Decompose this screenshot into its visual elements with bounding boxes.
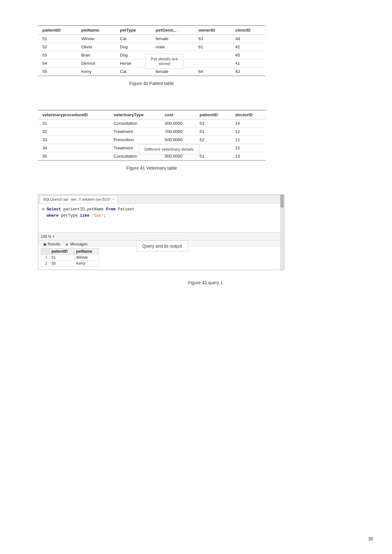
vet-cell: 51 [195, 152, 231, 161]
vet-cell: 32 [38, 128, 109, 136]
table-row: 151Winnie [41, 255, 99, 261]
patient-row: 53BranDog45 [38, 51, 265, 59]
vet-cell: Consultation [109, 119, 160, 128]
vet-cell: 51 [195, 128, 231, 136]
vet-cell: 14 [231, 119, 265, 128]
patient-cell: 43 [231, 68, 265, 76]
results-col-patientID: patientID [50, 249, 74, 255]
patient-cell: Bran [77, 51, 115, 59]
vet-table-caption: Figure 41 Veterinary table [38, 166, 265, 171]
patient-cell: 44 [231, 35, 265, 43]
patient-cell: Dog [116, 51, 151, 59]
patient-cell: female [151, 68, 194, 76]
scrollbar[interactable] [280, 195, 284, 270]
patient-cell [151, 51, 194, 59]
sql-code-area[interactable]: ⊟ Select patientID,petName From Patient … [38, 204, 284, 232]
vet-cell: Treatment [109, 144, 160, 152]
page-number: 36 [368, 536, 373, 541]
patient-row: 54DermotHorse41 [38, 59, 265, 68]
patient-cell: Kerry [77, 68, 115, 76]
sql-line-2: where petType like 'Cat'; [42, 213, 280, 219]
figure42-caption: Figure 42 query 1 [38, 280, 373, 285]
vet-row: 34Treatment15 [38, 144, 265, 152]
sql-tab-bar: SQLQuery2.sql - ser...T solution (sa (52… [38, 195, 284, 204]
patient-col-petGend: petGend... [151, 26, 194, 35]
zoom-control[interactable]: 100 % ▼ [41, 234, 55, 239]
patient-cell: 51 [38, 35, 77, 43]
vet-cell: 12 [231, 128, 265, 136]
result-petName: Winnie [74, 255, 99, 261]
vet-row: 35Consultation300.00005113 [38, 152, 265, 161]
patient-row: 52OliverDogmale6142 [38, 43, 265, 51]
messages-tab[interactable]: 🗉 Messages [63, 241, 90, 247]
vet-col-doctorID: doctorID [231, 110, 265, 119]
vet-row: 32Treatment700.00005112 [38, 128, 265, 136]
patient-col-petName: petName [77, 26, 115, 35]
results-tab[interactable]: ▣ Results [41, 241, 63, 247]
patient-cell: male [151, 43, 194, 51]
result-patientID: 51 [50, 255, 74, 261]
vet-cell: 700.0000 [160, 128, 195, 136]
patient-cell: Cat [116, 35, 151, 43]
vet-cell: 13 [231, 152, 265, 161]
vet-table: veterinaryprocedureID veterinaryType cos… [38, 110, 265, 161]
vet-cell: Consultation [109, 152, 160, 161]
patient-cell: Dog [116, 43, 151, 51]
vet-cell: 35 [38, 152, 109, 161]
patient-cell: 41 [231, 59, 265, 68]
results-table: patientID petName 151Winnie255Kerry [41, 248, 99, 267]
patient-cell: Oliver [77, 43, 115, 51]
patient-cell: Dermot [77, 59, 115, 68]
patient-cell: 42 [231, 43, 265, 51]
sql-tab-close[interactable]: × [113, 198, 115, 201]
patient-col-patientID: patientID [38, 26, 77, 35]
patient-table-caption: Figure 40 Patient table [38, 81, 265, 86]
vet-cell: 52 [195, 136, 231, 144]
patient-cell: 64 [194, 68, 231, 76]
sql-tab-label: SQLQuery2.sql - ser...T solution (sa (52… [43, 197, 111, 201]
results-col-petName: petName [74, 249, 99, 255]
patient-cell [194, 51, 231, 59]
zoom-arrow-icon: ▼ [52, 235, 55, 238]
vet-col-vetType: veterinaryType [109, 110, 160, 119]
vet-col-patientID: patientID [195, 110, 231, 119]
sql-query-tab[interactable]: SQLQuery2.sql - ser...T solution (sa (52… [39, 195, 118, 203]
scrollbar-thumb[interactable] [280, 195, 284, 208]
patient-table-wrapper: patientID petName petType petGend... own… [38, 25, 265, 76]
results-tab-label: Results [48, 242, 60, 246]
patient-cell: 45 [231, 51, 265, 59]
sql-editor-section: SQLQuery2.sql - ser...T solution (sa (52… [19, 195, 373, 285]
patient-cell [194, 59, 231, 68]
sql-editor-window: SQLQuery2.sql - ser...T solution (sa (52… [38, 195, 284, 270]
patient-cell: 53 [38, 51, 77, 59]
query-output-label: Query and its output [136, 241, 188, 251]
results-col-rownum [41, 249, 50, 255]
vet-cell [195, 144, 231, 152]
patient-cell: 54 [38, 59, 77, 68]
patient-table-section: patientID petName petType petGend... own… [19, 25, 373, 86]
patient-cell: Cat [116, 68, 151, 76]
vet-col-cost: cost [160, 110, 195, 119]
patient-col-petType: petType [116, 26, 151, 35]
patient-cell: Winnie [77, 35, 115, 43]
vet-cell: Prescrition [109, 136, 160, 144]
patient-table: patientID petName petType petGend... own… [38, 25, 265, 76]
vet-col-procID: veterinaryprocedureID [38, 110, 109, 119]
row-number: 1 [41, 255, 50, 261]
patient-col-clinicID: clinicID [231, 26, 265, 35]
patient-cell [151, 59, 194, 68]
vet-cell: 11 [231, 136, 265, 144]
messages-tab-label: Messages [70, 242, 87, 246]
sql-bottom-bar: 100 % ▼ [38, 232, 284, 240]
patient-cell: 55 [38, 68, 77, 76]
vet-cell: 33 [38, 136, 109, 144]
sql-line-1: ⊟ Select patientID,petName From Patient [42, 206, 280, 213]
vet-cell: 15 [231, 144, 265, 152]
vet-cell: 500.0000 [160, 136, 195, 144]
vet-cell: Treatment [109, 128, 160, 136]
vet-cell [160, 144, 195, 152]
results-tab-icon: ▣ [43, 242, 46, 246]
vet-cell: 300.0000 [160, 152, 195, 161]
vet-table-section: veterinaryprocedureID veterinaryType cos… [19, 110, 373, 171]
table-row: 255Kerry [41, 261, 99, 267]
